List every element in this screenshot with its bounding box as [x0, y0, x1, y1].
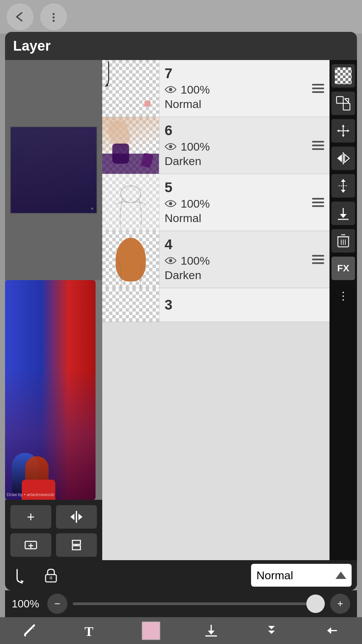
artwork-full-preview: Draw by • artanimewoob: [5, 280, 96, 500]
add-layer-button[interactable]: +: [10, 505, 51, 529]
layer-5-number: 5: [165, 180, 324, 195]
layer-4-visibility-icon[interactable]: [165, 254, 177, 267]
svg-rect-27: [343, 103, 350, 110]
layer-7-opacity: 100%: [181, 83, 210, 96]
table-row: 6 100%: [102, 117, 329, 174]
table-row: 3: [102, 288, 329, 322]
scroll-bottom-button[interactable]: [255, 619, 288, 642]
blend-mode-dropdown[interactable]: Normal: [251, 564, 352, 587]
svg-rect-21: [312, 205, 324, 207]
bottom-toolbar: T: [0, 617, 362, 644]
layer-7-menu-icon[interactable]: [312, 84, 324, 96]
flip-h-button[interactable]: [331, 147, 355, 170]
layer-7-visibility-icon[interactable]: [165, 83, 177, 96]
svg-rect-19: [312, 198, 324, 200]
back-button[interactable]: [7, 3, 34, 30]
svg-point-0: [53, 13, 55, 15]
layer-5-opacity: 100%: [181, 197, 210, 210]
more-options-button[interactable]: ⋮: [331, 284, 355, 308]
layer-7-blend-mode: Normal: [165, 98, 324, 111]
panel-title: Layer: [5, 32, 357, 60]
watermark: Draw by • artanimewoob: [7, 492, 54, 497]
bottom-blend-bar: α Normal: [5, 560, 357, 590]
svg-rect-24: [312, 259, 324, 260]
left-column: Draw by • artanimewoob +: [5, 60, 102, 590]
flip-button[interactable]: [56, 505, 97, 529]
zoom-opacity-bar: 100% − +: [5, 590, 357, 617]
layer-5-menu-icon[interactable]: [312, 198, 324, 210]
canvas-preview-top: [5, 60, 102, 280]
layer-6-menu-icon[interactable]: [312, 141, 324, 153]
opacity-slider-track[interactable]: [73, 602, 325, 605]
side-icons-bar: FX ⋮: [329, 60, 357, 590]
svg-rect-14: [312, 141, 324, 143]
download-button[interactable]: [194, 619, 228, 642]
artwork-preview-small: [10, 126, 97, 214]
layer-4-thumb[interactable]: [102, 231, 159, 288]
delete-layer-button[interactable]: [331, 229, 355, 253]
top-bar: [0, 0, 362, 34]
layer-6-thumb[interactable]: [102, 117, 159, 174]
layer-3-thumb[interactable]: [102, 288, 159, 322]
svg-point-9: [169, 88, 172, 91]
table-row: 4 100%: [102, 231, 329, 288]
alpha-lock-button[interactable]: α: [39, 564, 63, 587]
add-grouped-layer-button[interactable]: [10, 533, 51, 557]
svg-point-18: [169, 202, 172, 205]
layer-4-menu-icon[interactable]: [312, 255, 324, 267]
svg-rect-16: [312, 148, 324, 150]
table-row: 5 100%: [102, 174, 329, 231]
zoom-percent-label: 100%: [12, 598, 42, 610]
layers-list: 7 100%: [102, 60, 329, 590]
layer-4-number: 4: [165, 237, 324, 252]
svg-text:T: T: [84, 624, 94, 638]
menu-button[interactable]: [40, 3, 67, 30]
layer-4-blend-mode: Darken: [165, 269, 324, 282]
svg-rect-10: [312, 84, 324, 86]
layer-5-visibility-icon[interactable]: [165, 197, 177, 210]
svg-point-2: [53, 20, 55, 22]
layer-6-visibility-icon[interactable]: [165, 140, 177, 153]
right-column: 7 100%: [102, 60, 357, 590]
layer-7-number: 7: [165, 66, 324, 80]
blend-mode-arrow-icon: [336, 572, 346, 579]
svg-point-17: [121, 186, 141, 203]
panel-body: Draw by • artanimewoob +: [5, 60, 357, 590]
layer-5-blend-mode: Normal: [165, 212, 324, 225]
layer-5-thumb[interactable]: [102, 174, 159, 231]
layer-6-opacity: 100%: [181, 140, 210, 153]
transparency-button[interactable]: [331, 64, 355, 88]
move-button[interactable]: [331, 119, 355, 143]
svg-rect-20: [312, 202, 324, 203]
brush-tool-button[interactable]: [13, 619, 47, 642]
main-panel: Layer: [5, 32, 357, 590]
svg-rect-26: [337, 97, 343, 103]
layer-6-number: 6: [165, 123, 324, 138]
svg-rect-23: [312, 255, 324, 257]
layer-4-opacity: 100%: [181, 254, 210, 267]
svg-point-13: [169, 145, 172, 148]
merge-layer-button[interactable]: [56, 533, 97, 557]
transfer-button[interactable]: [331, 92, 355, 115]
close-panel-button[interactable]: [315, 619, 349, 642]
opacity-slider-thumb[interactable]: [306, 595, 325, 613]
fx-button[interactable]: FX: [331, 257, 355, 280]
text-tool-button[interactable]: T: [74, 619, 107, 642]
color-swatch: [142, 622, 160, 640]
svg-point-1: [53, 16, 55, 18]
svg-point-22: [169, 259, 172, 262]
svg-rect-3: [76, 511, 77, 523]
clip-to-below-button[interactable]: [10, 564, 34, 587]
flatten-button[interactable]: [331, 202, 355, 225]
zoom-plus-button[interactable]: +: [330, 594, 350, 614]
svg-rect-25: [312, 262, 324, 264]
svg-rect-15: [312, 145, 324, 146]
zoom-minus-button[interactable]: −: [47, 594, 67, 614]
layer-6-blend-mode: Darken: [165, 155, 324, 168]
svg-rect-11: [312, 88, 324, 89]
color-picker-button[interactable]: [134, 619, 168, 642]
layer-3-number: 3: [165, 298, 324, 312]
svg-rect-12: [312, 91, 324, 93]
compress-button[interactable]: [331, 174, 355, 198]
layer-7-thumb[interactable]: [102, 60, 159, 117]
